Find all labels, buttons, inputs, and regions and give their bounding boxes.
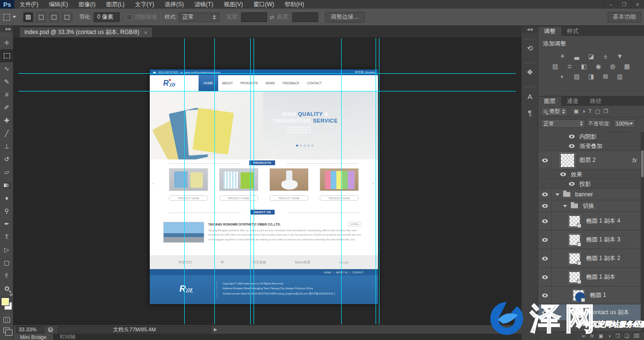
filter-type-select[interactable]: 类型 <box>541 107 568 116</box>
tab-channels[interactable]: 通道 <box>561 97 584 106</box>
black-white-icon[interactable]: ◧ <box>580 63 588 70</box>
panel-grip[interactable] <box>524 60 535 63</box>
add-selection-button[interactable] <box>36 12 46 23</box>
guide-vertical[interactable] <box>184 38 185 324</box>
fx-badge[interactable]: fx <box>633 157 637 164</box>
layer-effect-row[interactable]: 渐变叠加 <box>538 142 641 151</box>
menu-layer[interactable]: 图层(L) <box>101 0 130 9</box>
move-tool[interactable]: ✛ <box>0 36 13 49</box>
lasso-tool[interactable]: ∿ <box>0 62 13 75</box>
layer-row[interactable]: 椭圆 1 <box>538 287 641 304</box>
layer-thumbnail[interactable] <box>569 253 580 264</box>
paragraph-panel-icon[interactable]: ¶ <box>522 104 538 121</box>
tab-close-icon[interactable]: × <box>144 30 147 35</box>
layer-row[interactable]: 图层 2 fx <box>538 151 641 170</box>
visibility-eye-icon[interactable] <box>542 238 548 242</box>
refine-edge-button[interactable]: 调整边缘… <box>325 12 365 23</box>
layer-group-row[interactable]: 切换 <box>538 201 641 212</box>
layer-row-selected[interactable]: ⚠ contact us 副本 <box>538 305 641 321</box>
invert-icon[interactable]: ◐ <box>558 73 567 80</box>
close-icon[interactable]: ✕ <box>631 1 644 8</box>
rectangular-marquee-tool[interactable] <box>0 49 13 62</box>
visibility-eye-icon[interactable] <box>542 219 548 223</box>
posterize-icon[interactable]: ▨ <box>573 73 581 80</box>
layer-row[interactable]: 椭圆 1 副本 4 <box>538 212 641 230</box>
photo-filter-icon[interactable]: ◉ <box>594 63 603 70</box>
document-tab[interactable]: index.psd @ 33.3% (contact us 副本, RGB/8)… <box>19 27 153 37</box>
eraser-tool[interactable]: ▱ <box>0 166 13 179</box>
visibility-eye-icon[interactable] <box>569 135 575 138</box>
guide-vertical[interactable] <box>379 38 379 324</box>
gradient-tool[interactable] <box>0 179 13 192</box>
vibrance-icon[interactable]: ▼ <box>616 53 624 60</box>
dock-collapse-icon[interactable]: ◀◀ <box>522 26 538 33</box>
feather-input[interactable]: 0 像素 <box>94 12 120 22</box>
layer-row[interactable]: 椭圆 1 副本 2 <box>538 249 641 268</box>
guide-vertical[interactable] <box>341 38 342 324</box>
tab-adjustments[interactable]: 调整 <box>538 27 561 36</box>
style-select[interactable]: 正常 <box>179 12 219 22</box>
layer-row[interactable]: 椭圆 1 副本 <box>538 268 641 286</box>
blur-tool[interactable]: ♦ <box>0 192 13 204</box>
layer-thumbnail[interactable] <box>569 234 580 246</box>
disclosure-triangle-icon[interactable] <box>555 193 559 196</box>
restore-icon[interactable]: ❐ <box>617 1 631 8</box>
path-selection-tool[interactable]: ▷ <box>0 243 13 256</box>
exposure-icon[interactable]: ± <box>601 53 610 60</box>
status-options-icon[interactable]: ▶ <box>214 327 217 332</box>
menu-edit[interactable]: 编辑(E) <box>44 0 73 9</box>
visibility-eye-icon[interactable] <box>542 204 548 208</box>
color-lookup-icon[interactable]: ▦ <box>623 63 632 70</box>
levels-icon[interactable]: ▃ <box>573 53 581 60</box>
properties-panel-icon[interactable]: ❖ <box>522 64 538 80</box>
menu-filter[interactable]: 滤镜(T) <box>189 0 218 9</box>
hue-saturation-icon[interactable]: ▤ <box>551 63 560 70</box>
screen-mode-button[interactable] <box>3 328 10 333</box>
tab-styles[interactable]: 样式 <box>561 27 584 36</box>
hand-tool[interactable]: ✌ <box>0 269 13 282</box>
spot-healing-brush-tool[interactable]: ✚ <box>0 114 13 127</box>
clone-stamp-tool[interactable]: ⊥ <box>0 140 13 153</box>
threshold-icon[interactable]: ◨ <box>587 73 596 80</box>
visibility-eye-icon[interactable] <box>542 193 548 196</box>
menu-image[interactable]: 图像(I) <box>73 0 100 9</box>
canvas-area[interactable]: ☎ 0512-80707625 ✉ sara.xu@rongweigroup.c… <box>13 37 522 325</box>
layer-group-row[interactable]: banner <box>538 189 641 200</box>
new-group-icon[interactable]: ❒ <box>616 333 620 339</box>
tool-preset[interactable] <box>0 14 20 21</box>
rounded-rectangle-tool[interactable]: ▢ <box>0 256 13 269</box>
layers-scrollbar[interactable] <box>641 132 644 331</box>
filter-smart-objects-icon[interactable]: ❐ <box>603 108 608 114</box>
history-brush-tool[interactable]: ↺ <box>0 153 13 166</box>
disclosure-triangle-icon[interactable] <box>563 205 567 207</box>
layer-row[interactable]: 椭圆 1 副本 3 <box>538 231 641 249</box>
dodge-tool[interactable]: ⚲ <box>0 204 13 217</box>
character-panel-icon[interactable]: A <box>522 88 538 104</box>
tab-timeline[interactable]: 时间轴 <box>53 334 82 340</box>
visibility-eye-icon[interactable] <box>542 311 548 315</box>
layer-style-icon[interactable]: fx <box>590 333 594 339</box>
layer-thumbnail[interactable] <box>560 153 575 168</box>
type-tool[interactable]: T <box>0 230 13 243</box>
width-input[interactable] <box>241 12 267 22</box>
panel-grip[interactable] <box>524 84 535 87</box>
intersect-selection-button[interactable] <box>62 12 72 23</box>
guide-vertical[interactable] <box>250 38 251 324</box>
curves-icon[interactable]: ◪ <box>587 53 596 60</box>
pen-tool[interactable]: ✒ <box>0 217 13 230</box>
menu-file[interactable]: 文件(F) <box>14 0 44 9</box>
minimize-icon[interactable]: – <box>604 1 617 8</box>
gradient-map-icon[interactable]: ▥ <box>616 73 624 80</box>
antialias-checkbox[interactable] <box>126 14 132 20</box>
link-layers-icon[interactable]: ∞ <box>582 333 585 339</box>
toolbar-grip[interactable] <box>2 32 11 35</box>
swap-colors-icon[interactable]: ⇄ <box>10 293 13 297</box>
zoom-level-input[interactable]: 33.33% <box>16 326 44 333</box>
guide-horizontal[interactable] <box>18 73 516 74</box>
filter-pixel-layers-icon[interactable]: ▣ <box>574 108 578 114</box>
layer-thumbnail[interactable] <box>573 290 584 301</box>
quick-mask-button[interactable] <box>3 317 10 323</box>
new-selection-button[interactable] <box>23 12 33 23</box>
swap-dimensions-icon[interactable]: ⇄ <box>269 14 274 21</box>
new-adjustment-layer-icon[interactable]: ◑ <box>608 333 611 339</box>
